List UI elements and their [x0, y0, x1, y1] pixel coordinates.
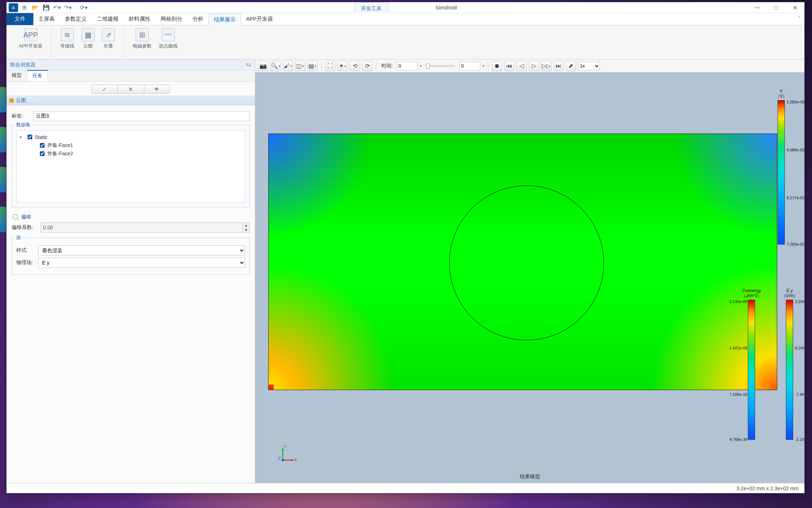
tree-node-static[interactable]: ▾ Static — [20, 133, 242, 141]
vt-cube-icon[interactable]: ◫ — [295, 61, 305, 71]
legend-coe-bar: 2.132e-09 1.421e-09 7.105e-10 4.768e-39 — [748, 300, 755, 440]
task-form-body: 标签: 数据集 ▾ Static — [7, 105, 255, 284]
maximize-button[interactable]: □ — [767, 2, 786, 13]
tab-material[interactable]: 材料属性 — [124, 13, 156, 25]
chevron-down-icon2[interactable]: ▾ — [482, 64, 484, 68]
task-cancel-button[interactable]: ✕ — [118, 85, 144, 94]
ribbon-collapse-button[interactable]: ⌃ — [797, 15, 801, 21]
vt-record-icon[interactable]: ⏺ — [492, 61, 502, 71]
qat-undo-icon[interactable]: ↶▾ — [52, 3, 62, 12]
ribbon-btn-vector[interactable]: ⇗ 矢量 — [98, 28, 119, 50]
tab-appdev[interactable]: APP开发器 — [241, 13, 278, 25]
app-title: Simdroid — [388, 2, 457, 13]
group-dataset-title: 数据集 — [15, 122, 32, 128]
tab-model2d[interactable]: 二维建模 — [92, 13, 124, 25]
viewport-wrap: 📷 🔍 🖌 ◫ ▤ ⛶ ✦ ⟲ ⟳ 时间: ▾ ▾ — [255, 60, 804, 483]
vt-colormap-icon[interactable]: ▤ — [307, 61, 318, 71]
select-field[interactable]: E y — [38, 258, 245, 268]
vt-time-from[interactable] — [397, 62, 418, 70]
legend-v: V（V） 1.000e+00 9.088e-01 8.177e-01 7.265… — [775, 89, 787, 245]
section-icon — [9, 98, 14, 103]
lp-tab-task[interactable]: 任务 — [27, 70, 48, 81]
ribbon-btn-appdev[interactable]: APP APP开发器 — [15, 28, 46, 50]
label-style: 样式: — [16, 247, 34, 254]
vt-camera-icon[interactable]: 📷 — [258, 61, 268, 71]
legend-coenergy: Coenergy（J/m^3） 2.132e-09 1.421e-09 7.10… — [741, 288, 762, 440]
svg-marker-1 — [291, 459, 294, 461]
vt-first-icon[interactable]: ⏮ — [504, 61, 514, 71]
group-offset: 偏移 偏移系数: ▲ ▼ — [12, 213, 250, 233]
tab-results[interactable]: 结果展示 — [208, 13, 241, 26]
vt-rotate-cw-icon[interactable]: ⟳ — [362, 61, 372, 71]
vt-next-icon[interactable]: ▷▷ — [541, 61, 551, 71]
tree-toggle-icon[interactable]: ▾ — [20, 135, 25, 140]
label-field: 物理场: — [16, 259, 34, 266]
tree-node-face1[interactable]: 并集-Face1 — [20, 141, 242, 149]
vt-speed-select[interactable]: 1x — [578, 62, 600, 70]
app-window: ≡ ⊞ 📂 💾 ↶▾ ↷▾ · ⟳▾ 开发工具 Simdroid — □ ✕ 文… — [6, 2, 805, 493]
ribbon-btn-emparams[interactable]: ⊞ 电磁参数 — [129, 28, 155, 50]
title-context-tab[interactable]: 开发工具 — [354, 2, 388, 13]
vt-play-icon[interactable]: ▷ — [529, 61, 539, 71]
spin-up-icon[interactable]: ▲ — [243, 223, 249, 228]
section-title-contour: 云图 — [7, 96, 255, 105]
status-coords: 3.2e+02 mm x 2.3e+02 mm — [737, 486, 799, 491]
input-tag[interactable] — [33, 111, 250, 121]
row-tag: 标签: — [12, 111, 250, 121]
qat-open-icon[interactable]: 📂 — [30, 3, 40, 12]
window-controls: — □ ✕ — [748, 2, 804, 13]
dataset-tree[interactable]: ▾ Static 并集-Face1 — [16, 130, 245, 203]
svg-point-6 — [282, 459, 284, 461]
tab-home[interactable]: 主屏幕 — [33, 13, 60, 25]
tab-params[interactable]: 参数定义 — [60, 13, 92, 25]
ribbon-btn-isoline[interactable]: ≋ 等值线 — [57, 28, 78, 50]
chevron-down-icon[interactable]: ▾ — [420, 64, 422, 68]
vt-measure-icon[interactable]: 🔍 — [270, 61, 281, 71]
minimize-button[interactable]: — — [748, 2, 767, 13]
tree-check-static[interactable] — [28, 135, 32, 139]
spin-down-icon[interactable]: ▼ — [243, 228, 249, 232]
ribbon-btn-pointcurve[interactable]: 〰 选点曲线 — [155, 28, 181, 50]
row-offset-coef: 偏移系数: ▲ ▼ — [12, 222, 250, 233]
vt-prev-icon[interactable]: ◁ — [517, 61, 527, 71]
select-style[interactable]: 着色渲染 — [38, 245, 245, 255]
result-viewport[interactable]: X Y Z 结果模型 V（V） 1.000e+00 9.088e-01 8.17… — [255, 73, 804, 483]
close-button[interactable]: ✕ — [786, 2, 804, 13]
checkbox-offset[interactable] — [13, 214, 18, 219]
tab-mesh[interactable]: 网格剖分 — [156, 13, 187, 25]
vt-fit-icon[interactable]: ⛶ — [325, 61, 335, 71]
vt-export-icon[interactable]: ⬈ — [566, 61, 576, 71]
app-logo-icon[interactable]: ≡ — [9, 3, 18, 12]
tab-file[interactable]: 文件 — [7, 13, 33, 25]
tree-check-face1[interactable] — [40, 143, 45, 148]
vt-time-slider[interactable] — [426, 65, 455, 67]
vt-axes-icon[interactable]: ✦ — [337, 61, 348, 71]
ribbon-group-extra: ⊞ 电磁参数 〰 选点曲线 — [124, 28, 186, 57]
tab-analyze[interactable]: 分析 — [187, 13, 208, 25]
vt-rotate-ccw-icon[interactable]: ⟲ — [350, 61, 360, 71]
left-panel: 组合浏览器 ⮀ 模型 任务 ✓ ✕ 👁 云图 — [7, 60, 255, 483]
svg-text:Y: Y — [284, 445, 286, 449]
lp-tab-model[interactable]: 模型 — [7, 70, 27, 81]
quick-access-toolbar: ≡ ⊞ 📂 💾 ↶▾ ↷▾ · ⟳▾ — [7, 2, 91, 13]
input-offset-coef — [41, 222, 243, 233]
row-field: 物理场: E y — [16, 258, 245, 268]
panel-pin-icon[interactable]: ⮀ — [246, 62, 251, 68]
tree-node-face2[interactable]: 并集-Face2 — [20, 149, 242, 158]
group-face: 面 样式: 着色渲染 物理场: E y — [12, 238, 250, 275]
task-ok-button[interactable]: ✓ — [92, 85, 118, 94]
vt-time-to[interactable] — [459, 62, 480, 70]
svg-text:Z: Z — [278, 456, 281, 460]
vt-clear-icon[interactable]: 🖌 — [283, 61, 293, 71]
qat-new-icon[interactable]: ⊞ — [20, 3, 29, 12]
emparams-icon: ⊞ — [136, 28, 149, 41]
offset-spin-buttons: ▲ ▼ — [243, 222, 250, 233]
qat-redo-icon[interactable]: ↷▾ — [63, 3, 72, 12]
legend-ey: E y（V/m） 2.034e+01 6.249e+00 -7.847e+00 … — [782, 288, 798, 440]
qat-refresh-icon[interactable]: ⟳▾ — [79, 3, 88, 12]
tree-check-face2[interactable] — [40, 151, 45, 156]
ribbon-btn-contour[interactable]: ▦ 云图 — [78, 28, 98, 50]
task-preview-button[interactable]: 👁 — [144, 85, 170, 94]
vt-last-icon[interactable]: ⏭ — [554, 61, 564, 71]
qat-save-icon[interactable]: 💾 — [41, 3, 51, 12]
